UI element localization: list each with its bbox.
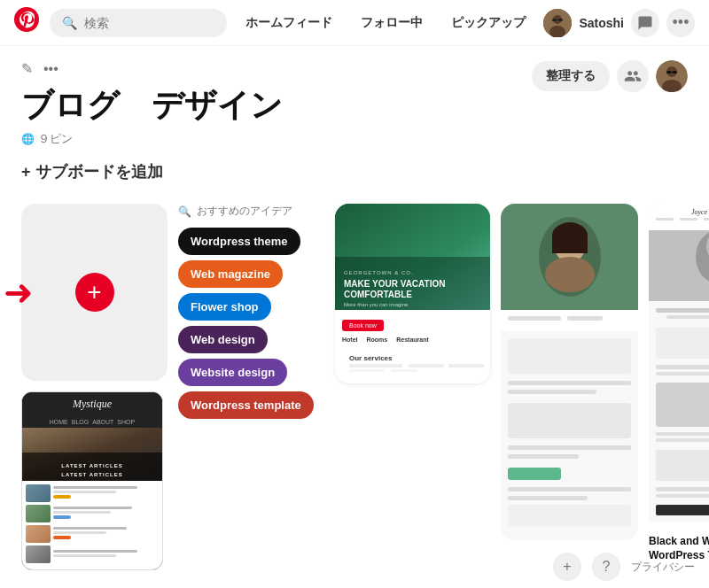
dots-icon[interactable]: ••• bbox=[43, 61, 58, 77]
more-options-button[interactable]: ••• bbox=[666, 9, 695, 37]
nav-featured[interactable]: ピックアップ bbox=[440, 8, 536, 38]
vacation-pin-card[interactable]: GEORGETOWN & CO. MAKE YOUR VACATION COMF… bbox=[335, 204, 490, 383]
board-header: ✎ ••• ブログ デザイン 🌐 ９ピン 整理する bbox=[0, 46, 709, 154]
search-small-icon: 🔍 bbox=[178, 205, 191, 218]
svg-point-0 bbox=[14, 7, 39, 32]
nav-following[interactable]: フォロー中 bbox=[350, 8, 433, 38]
svg-text:GEORGETOWN & CO.: GEORGETOWN & CO. bbox=[344, 270, 414, 275]
svg-rect-60 bbox=[656, 308, 709, 313]
bw-theme-card[interactable]: Joyce + Co. theme bbox=[649, 204, 709, 526]
user-name-label: Satoshi bbox=[579, 16, 624, 30]
svg-rect-42 bbox=[508, 445, 631, 450]
svg-rect-10 bbox=[666, 71, 672, 74]
search-bar[interactable]: 🔍 bbox=[50, 9, 227, 37]
hotel-tabs: Hotel Rooms Restaurant bbox=[342, 337, 483, 343]
suggestion-tag-website-design[interactable]: Website design bbox=[178, 359, 287, 386]
search-icon: 🔍 bbox=[62, 16, 77, 30]
privacy-link[interactable]: プライバシー bbox=[631, 560, 695, 575]
svg-rect-40 bbox=[508, 390, 596, 394]
svg-rect-62 bbox=[656, 328, 709, 359]
add-subboard-button[interactable]: + サブボードを追加 bbox=[21, 161, 688, 182]
suggestions-header: 🔍 おすすめのアイデア bbox=[178, 204, 324, 219]
svg-rect-72 bbox=[656, 505, 709, 515]
svg-text:LATEST ARTICLES: LATEST ARTICLES bbox=[61, 463, 122, 468]
nav-home-feed[interactable]: ホームフィード bbox=[235, 8, 343, 38]
bw-theme-column: Joyce + Co. theme bbox=[649, 204, 709, 570]
article-line bbox=[53, 486, 137, 489]
svg-rect-4 bbox=[552, 19, 557, 21]
suggestion-tag-wordpress-theme[interactable]: Wordpress theme bbox=[178, 228, 300, 255]
pinterest-logo[interactable] bbox=[14, 7, 39, 38]
mystique-header: Mystique bbox=[22, 392, 162, 416]
article-line bbox=[53, 507, 132, 509]
article-tag bbox=[53, 515, 71, 519]
article-lines-1 bbox=[53, 486, 159, 500]
user-area: Satoshi bbox=[543, 9, 624, 37]
svg-rect-25 bbox=[448, 364, 484, 368]
svg-rect-44 bbox=[508, 468, 561, 480]
svg-rect-68 bbox=[656, 438, 709, 442]
article-thumb-1 bbox=[26, 484, 51, 502]
add-collaborator-button[interactable] bbox=[617, 60, 649, 92]
edit-icon[interactable]: ✎ bbox=[21, 60, 33, 77]
svg-rect-27 bbox=[391, 369, 417, 372]
rooms-tab: Rooms bbox=[367, 337, 388, 343]
svg-rect-52 bbox=[680, 218, 697, 220]
nav-item-2: BLOG bbox=[72, 419, 89, 425]
board-right-actions: 整理する bbox=[532, 60, 688, 92]
add-bottom-button[interactable]: + bbox=[553, 553, 581, 581]
svg-rect-46 bbox=[508, 496, 588, 500]
restaurant-tab: Restaurant bbox=[396, 337, 429, 343]
svg-point-31 bbox=[545, 257, 595, 292]
help-button[interactable]: ? bbox=[592, 553, 620, 581]
article-row-1 bbox=[26, 484, 159, 502]
svg-rect-43 bbox=[508, 454, 579, 459]
svg-rect-67 bbox=[656, 432, 709, 436]
svg-text:Our services: Our services bbox=[349, 354, 393, 362]
arrow-icon: ➜ bbox=[4, 272, 34, 313]
svg-rect-65 bbox=[656, 383, 709, 427]
article-line bbox=[53, 527, 127, 530]
vacation-column: GEORGETOWN & CO. MAKE YOUR VACATION COMF… bbox=[335, 204, 490, 570]
avatar[interactable] bbox=[543, 9, 572, 37]
message-icon[interactable] bbox=[631, 9, 659, 37]
bottom-bar: + ? プライバシー bbox=[539, 545, 709, 588]
article-line bbox=[53, 531, 106, 534]
services-section: Our services bbox=[342, 348, 483, 378]
organize-button[interactable]: 整理する bbox=[532, 61, 610, 91]
article-lines-4 bbox=[53, 550, 159, 559]
svg-rect-36 bbox=[508, 316, 561, 321]
book-now-button[interactable]: Book now bbox=[342, 320, 384, 331]
header: 🔍 ホームフィード フォロー中 ピックアップ Satoshi bbox=[0, 0, 709, 46]
svg-rect-47 bbox=[508, 505, 631, 527]
suggestions-label: おすすめのアイデア bbox=[197, 204, 292, 219]
article-thumb-3 bbox=[26, 525, 51, 543]
suggestion-tag-wordpress-template[interactable]: Wordpress template bbox=[178, 391, 314, 419]
svg-rect-45 bbox=[508, 487, 631, 491]
svg-rect-70 bbox=[656, 487, 709, 491]
article-row-4 bbox=[26, 545, 159, 563]
article-thumb-2 bbox=[26, 505, 51, 522]
pin-count-text: ９ピン bbox=[38, 131, 73, 147]
search-input[interactable] bbox=[84, 16, 214, 30]
user-avatar-small[interactable] bbox=[656, 60, 688, 92]
vacation-hero: GEORGETOWN & CO. MAKE YOUR VACATION COMF… bbox=[335, 204, 490, 310]
suggestion-tag-web-magazine[interactable]: Web magazine bbox=[178, 260, 283, 288]
svg-rect-41 bbox=[508, 403, 631, 438]
hotel-tab: Hotel bbox=[342, 337, 358, 343]
nav-item-4: SHOP bbox=[117, 419, 135, 425]
svg-rect-71 bbox=[656, 494, 709, 498]
pin-count: 🌐 ９ピン bbox=[21, 131, 688, 147]
suggestions-column: 🔍 おすすめのアイデア Wordpress theme Web magazine… bbox=[178, 204, 324, 570]
add-pin-card[interactable]: ➜ + bbox=[21, 204, 168, 381]
blog-person-card[interactable] bbox=[501, 204, 638, 540]
svg-rect-33 bbox=[552, 236, 588, 253]
mystique-pin-card[interactable]: Mystique HOME BLOG ABOUT SHOP bbox=[21, 391, 163, 570]
suggestion-tags-list: Wordpress theme Web magazine Flower shop… bbox=[178, 228, 324, 424]
article-tag bbox=[53, 536, 71, 539]
add-pin-button[interactable]: + bbox=[75, 273, 114, 312]
svg-rect-61 bbox=[666, 315, 709, 319]
svg-rect-69 bbox=[656, 450, 709, 481]
suggestion-tag-flower-shop[interactable]: Flower shop bbox=[178, 293, 271, 321]
suggestion-tag-web-design[interactable]: Web design bbox=[178, 326, 268, 353]
